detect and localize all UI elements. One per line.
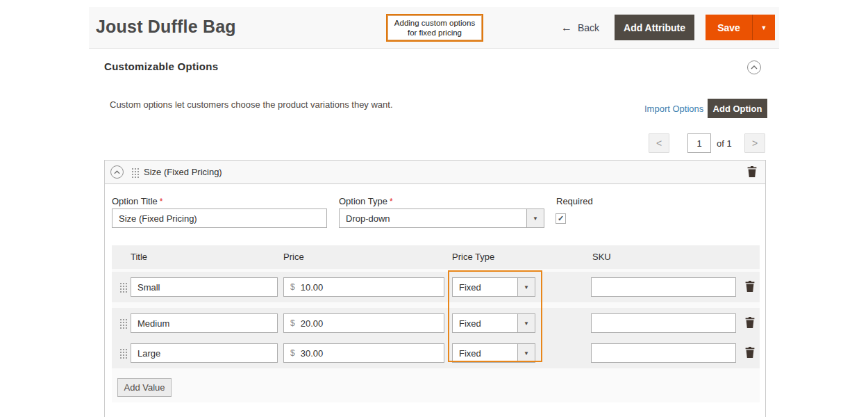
currency-symbol: $	[284, 282, 301, 292]
save-options-caret[interactable]: ▼	[752, 15, 775, 40]
value-title-input[interactable]	[131, 343, 278, 363]
value-price-field: $	[283, 313, 444, 333]
value-price-field: $	[283, 343, 444, 363]
chevron-left-icon: <	[656, 138, 662, 149]
row-drag-handle[interactable]	[119, 282, 127, 293]
value-price-input[interactable]	[301, 318, 444, 329]
delete-option-button[interactable]	[747, 166, 757, 177]
caret-down-icon: ▼	[517, 314, 535, 332]
page-header: Joust Duffle Bag Adding custom options f…	[89, 7, 779, 49]
value-title-input[interactable]	[131, 313, 278, 333]
value-price-input[interactable]	[301, 282, 444, 293]
pagination-total-label: of 1	[717, 138, 732, 149]
page-title: Joust Duffle Bag	[96, 17, 236, 37]
option-panel: Size (Fixed Pricing) Option Title* Optio…	[104, 160, 766, 417]
price-type-value: Fixed	[453, 348, 517, 359]
value-price-input[interactable]	[301, 348, 444, 359]
price-type-value: Fixed	[453, 318, 517, 329]
option-title-input[interactable]	[112, 208, 327, 228]
product-edit-page: Joust Duffle Bag Adding custom options f…	[0, 0, 868, 417]
option-drag-handle[interactable]	[131, 167, 139, 178]
values-table-header: Title Price Price Type SKU	[112, 245, 760, 269]
caret-down-icon: ▼	[761, 24, 767, 31]
import-options-link[interactable]: Import Options	[644, 104, 703, 114]
option-panel-header: Size (Fixed Pricing)	[105, 161, 765, 184]
add-attribute-button[interactable]: Add Attribute	[615, 15, 694, 40]
delete-value-button[interactable]	[745, 281, 755, 292]
add-value-button[interactable]: Add Value	[117, 378, 172, 397]
annotation-callout: Adding custom options for fixed pricing	[386, 14, 483, 42]
trash-icon	[745, 347, 755, 358]
column-header-price-type: Price Type	[452, 252, 494, 262]
option-type-select[interactable]: Drop-down ▼	[339, 208, 544, 228]
value-sku-input[interactable]	[591, 277, 736, 297]
section-collapse-button[interactable]	[747, 60, 761, 74]
value-price-field: $	[283, 277, 444, 297]
trash-icon	[745, 317, 755, 328]
back-label: Back	[578, 22, 599, 33]
save-split-button: Save ▼	[706, 15, 775, 40]
pagination-prev-button[interactable]: <	[649, 133, 669, 153]
option-type-value: Drop-down	[340, 213, 526, 224]
caret-down-icon: ▼	[517, 278, 535, 296]
currency-symbol: $	[284, 348, 301, 358]
row-drag-handle[interactable]	[119, 318, 127, 329]
value-price-type-select[interactable]: Fixed ▼	[452, 343, 535, 363]
value-sku-input[interactable]	[591, 343, 736, 363]
pagination-page-input[interactable]	[687, 133, 711, 153]
column-header-price: Price	[283, 252, 304, 262]
caret-down-icon: ▼	[526, 209, 544, 227]
section-description: Custom options let customers choose the …	[110, 99, 393, 110]
required-label: Required	[556, 196, 593, 206]
option-type-label: Option Type*	[339, 196, 393, 206]
currency-symbol: $	[284, 318, 301, 328]
value-price-type-select[interactable]: Fixed ▼	[452, 313, 535, 333]
trash-icon	[747, 166, 757, 177]
option-panel-title: Size (Fixed Pricing)	[144, 167, 222, 177]
chevron-up-icon	[751, 65, 758, 70]
value-row-medium: $ Fixed ▼	[112, 308, 760, 338]
delete-value-button[interactable]	[745, 317, 755, 328]
checkmark-icon: ✓	[558, 214, 564, 223]
annotation-text: Adding custom options for fixed pricing	[394, 18, 475, 38]
value-row-large: $ Fixed ▼	[112, 338, 760, 368]
back-arrow-icon: ←	[561, 22, 572, 34]
value-sku-input[interactable]	[591, 313, 736, 333]
value-title-input[interactable]	[131, 277, 278, 297]
required-asterisk: *	[390, 197, 393, 206]
pagination-next-button[interactable]: >	[744, 133, 765, 153]
column-header-title: Title	[131, 252, 147, 262]
option-collapse-button[interactable]	[110, 165, 124, 179]
row-drag-handle[interactable]	[119, 348, 127, 359]
value-row-small: $ Fixed ▼	[112, 272, 760, 302]
add-option-button[interactable]: Add Option	[708, 99, 767, 118]
delete-value-button[interactable]	[745, 347, 755, 358]
required-asterisk: *	[160, 197, 163, 206]
required-checkbox[interactable]: ✓	[556, 213, 566, 224]
option-title-label: Option Title*	[112, 196, 162, 206]
chevron-up-icon	[114, 170, 120, 174]
column-header-sku: SKU	[592, 252, 611, 262]
back-button[interactable]: ← Back	[561, 7, 599, 49]
value-price-type-select[interactable]: Fixed ▼	[452, 277, 535, 297]
section-title: Customizable Options	[104, 60, 218, 72]
chevron-right-icon: >	[752, 138, 758, 149]
option-values-table: Title Price Price Type SKU $ Fixed ▼	[112, 245, 760, 402]
trash-icon	[745, 281, 755, 292]
caret-down-icon: ▼	[517, 344, 535, 362]
save-button[interactable]: Save	[706, 15, 752, 40]
price-type-value: Fixed	[453, 282, 517, 293]
